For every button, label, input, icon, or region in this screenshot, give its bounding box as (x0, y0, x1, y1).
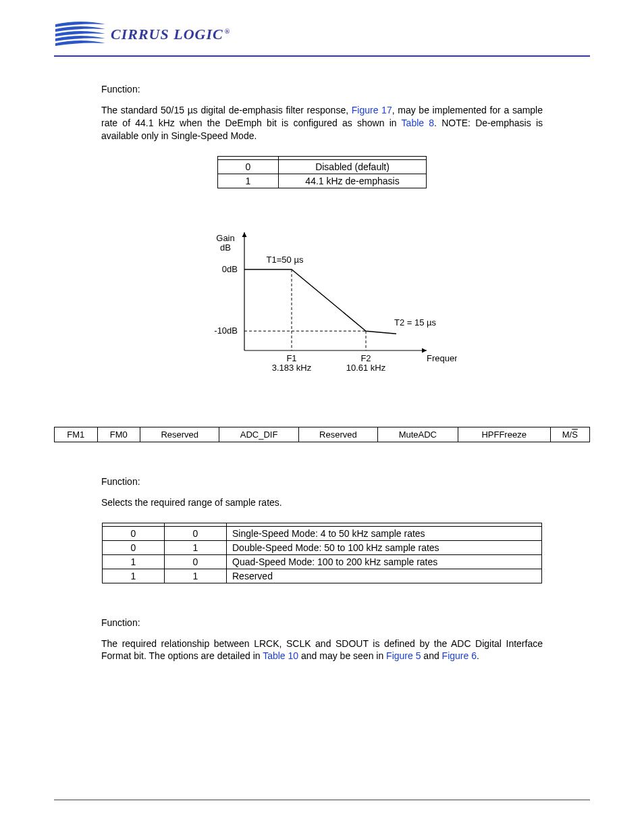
link-figure-5[interactable]: Figure 5 (386, 650, 421, 661)
link-figure-17[interactable]: Figure 17 (352, 105, 392, 115)
table-8: 0 Disabled (default) 1 44.1 kHz de-empha… (217, 156, 427, 188)
svg-text:3.183 kHz: 3.183 kHz (272, 363, 312, 373)
reg-cell: Reserved (298, 427, 377, 442)
t9-col2: 1 (165, 540, 227, 554)
svg-text:F1: F1 (286, 353, 296, 363)
svg-text:0dB: 0dB (222, 264, 238, 274)
table8-desc: Disabled (default) (279, 159, 427, 174)
t9-col1: 1 (103, 569, 165, 583)
svg-text:10.61 kHz: 10.61 kHz (346, 363, 386, 373)
svg-text:-10dB: -10dB (214, 325, 238, 336)
link-table-10[interactable]: Table 10 (263, 650, 298, 661)
logo-icon (54, 20, 107, 49)
svg-text:T1=50 µs: T1=50 µs (267, 255, 304, 265)
reg-cell: ADC_DIF (219, 427, 298, 442)
footer-rule (54, 800, 590, 800)
svg-text:Gain: Gain (216, 233, 234, 243)
table-row: 1 1 Reserved (103, 569, 542, 583)
svg-text:dB: dB (220, 242, 231, 253)
figure-17-chart: 0dB-10dBGaindBF13.183 kHzF210.61 kHzFreq… (187, 222, 457, 386)
reg-cell: HPFFreeze (458, 427, 550, 442)
svg-text:T2 = 15 µs: T2 = 15 µs (394, 317, 437, 328)
section3-paragraph: The required relationship between LRCK, … (101, 637, 543, 663)
svg-text:F2: F2 (360, 353, 371, 363)
logo-text: CIRRUS LOGIC® (111, 26, 230, 43)
table-row: 0 0 Single-Speed Mode: 4 to 50 kHz sampl… (103, 526, 542, 540)
table-row: FM1 FM0 Reserved ADC_DIF Reserved MuteAD… (55, 427, 590, 442)
t9-desc: Double-Speed Mode: 50 to 100 kHz sample … (227, 540, 542, 554)
section3-heading: Function: (101, 617, 543, 628)
section1-paragraph: The standard 50/15 µs digital de-emphasi… (101, 104, 543, 142)
reg-cell-ms: M/S (550, 427, 589, 442)
register-bits-table: FM1 FM0 Reserved ADC_DIF Reserved MuteAD… (54, 427, 590, 442)
t9-desc: Single-Speed Mode: 4 to 50 kHz sample ra… (227, 526, 542, 540)
table-row: 0 1 Double-Speed Mode: 50 to 100 kHz sam… (103, 540, 542, 554)
table8-value: 1 (218, 174, 279, 188)
t9-col2: 0 (165, 554, 227, 569)
t9-col2: 1 (165, 569, 227, 583)
section2-heading: Function: (101, 476, 543, 487)
reg-cell: MuteADC (378, 427, 458, 442)
t9-desc: Quad-Speed Mode: 100 to 200 kHz sample r… (227, 554, 542, 569)
t9-desc: Reserved (227, 569, 542, 583)
section2-paragraph: Selects the required range of sample rat… (101, 496, 543, 509)
link-table-8[interactable]: Table 8 (402, 118, 434, 128)
svg-text:Frequency: Frequency (427, 353, 457, 363)
t9-col1: 0 (103, 540, 165, 554)
table8-desc: 44.1 kHz de-emphasis (279, 174, 427, 188)
table-9: 0 0 Single-Speed Mode: 4 to 50 kHz sampl… (102, 523, 542, 583)
header-logo: CIRRUS LOGIC® (54, 20, 590, 57)
t9-col1: 0 (103, 526, 165, 540)
table-row: 1 44.1 kHz de-emphasis (218, 174, 427, 188)
reg-cell: FM1 (55, 427, 98, 442)
reg-cell: FM0 (97, 427, 140, 442)
table8-value: 0 (218, 159, 279, 174)
reg-cell: Reserved (140, 427, 219, 442)
section1-heading: Function: (101, 84, 543, 95)
table-row: 0 Disabled (default) (218, 159, 427, 174)
table-row: 1 0 Quad-Speed Mode: 100 to 200 kHz samp… (103, 554, 542, 569)
t9-col1: 1 (103, 554, 165, 569)
link-figure-6[interactable]: Figure 6 (442, 650, 477, 661)
t9-col2: 0 (165, 526, 227, 540)
